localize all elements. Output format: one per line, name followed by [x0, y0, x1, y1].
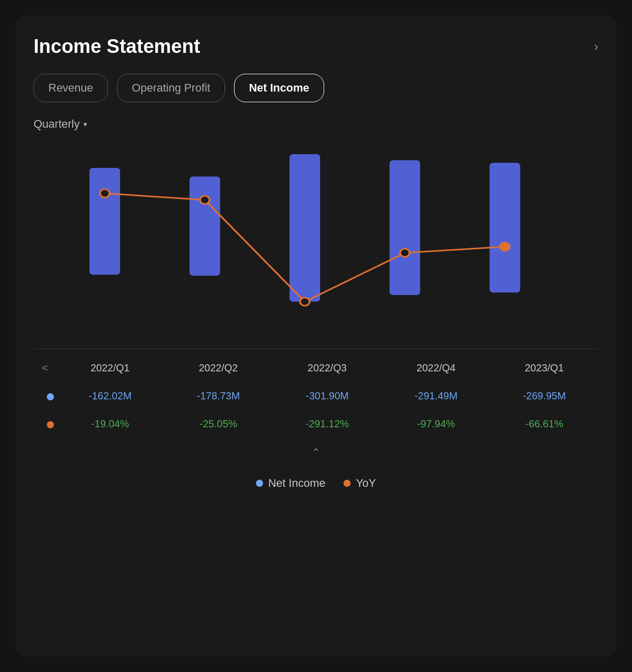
net-income-q4: -291.49M — [382, 382, 491, 410]
page-title: Income Statement — [34, 36, 200, 57]
header-row: Income Statement › — [34, 36, 598, 57]
dot-q1 — [100, 189, 110, 197]
tab-net-income[interactable]: Net Income — [234, 74, 324, 102]
yoy-q1-2023: -66.61% — [490, 410, 598, 438]
bar-q2 — [189, 177, 220, 276]
navigate-right-icon[interactable]: › — [594, 39, 598, 54]
yoy-row: -19.04% -25.05% -291.12% -97.94% -66.61% — [34, 410, 598, 438]
tab-operating-profit[interactable]: Operating Profit — [117, 74, 225, 102]
income-statement-card: Income Statement › Revenue Operating Pro… — [15, 15, 617, 657]
legend-yoy-label: YoY — [356, 477, 376, 490]
dot-q3 — [300, 298, 310, 306]
collapse-arrow-icon[interactable]: ⌃ — [34, 438, 598, 466]
legend-net-income: Net Income — [256, 477, 326, 490]
dot-q4 — [400, 249, 410, 257]
period-label: Quarterly — [34, 118, 79, 131]
bar-q1 — [90, 168, 120, 275]
yoy-q2: -25.05% — [164, 410, 273, 438]
net-income-q3: -301.90M — [272, 382, 382, 410]
legend-yoy-dot — [343, 480, 351, 487]
net-income-dot-icon — [47, 393, 54, 400]
legend-net-income-dot — [256, 480, 263, 487]
bar-q1-2023 — [490, 163, 520, 293]
collapse-row: ⌃ — [34, 438, 598, 466]
tab-revenue[interactable]: Revenue — [34, 74, 108, 102]
legend-net-income-label: Net Income — [268, 477, 326, 490]
data-table: < 2022/Q1 2022/Q2 2022/Q3 2022/Q4 2023/Q… — [34, 354, 598, 466]
yoy-dot-cell — [34, 410, 56, 438]
col-header-q2: 2022/Q2 — [164, 354, 273, 382]
bar-q4 — [390, 160, 420, 295]
net-income-dot-cell — [34, 382, 56, 410]
net-income-q2: -178.73M — [164, 382, 273, 410]
dropdown-arrow-icon: ▾ — [83, 120, 87, 128]
nav-prev-btn[interactable]: < — [34, 354, 56, 382]
yoy-q3: -291.12% — [272, 410, 382, 438]
yoy-q4: -97.94% — [382, 410, 491, 438]
yoy-dot-icon — [47, 421, 54, 428]
net-income-row: -162.02M -178.73M -301.90M -291.49M -269… — [34, 382, 598, 410]
legend-yoy: YoY — [343, 477, 376, 490]
dot-q1-2023 — [500, 243, 510, 251]
net-income-q1-2023: -269.95M — [490, 382, 598, 410]
col-header-q1: 2022/Q1 — [56, 354, 164, 382]
col-header-q4: 2022/Q4 — [382, 354, 491, 382]
period-selector[interactable]: Quarterly ▾ — [34, 118, 598, 131]
net-income-q1: -162.02M — [56, 382, 164, 410]
col-header-q3: 2022/Q3 — [272, 354, 382, 382]
chart-svg — [34, 140, 598, 333]
yoy-q1: -19.04% — [56, 410, 164, 438]
col-header-q1-2023: 2023/Q1 — [490, 354, 598, 382]
bar-q3 — [290, 154, 320, 302]
legend-row: Net Income YoY — [34, 477, 598, 490]
chart-area — [34, 140, 598, 333]
tabs-row: Revenue Operating Profit Net Income — [34, 74, 598, 102]
divider — [34, 348, 598, 349]
dot-q2 — [200, 196, 210, 204]
